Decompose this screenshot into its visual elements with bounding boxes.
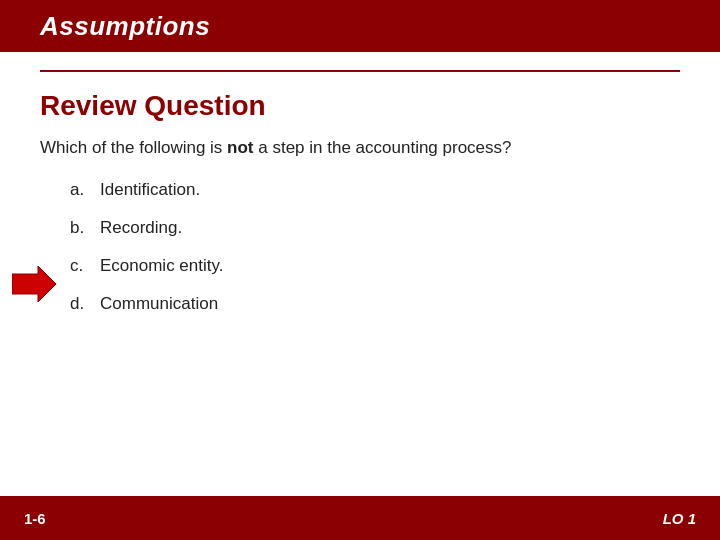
question-prefix: Which of the following is [40,138,227,157]
footer-lo-label: LO 1 [663,510,696,527]
footer: 1-6 LO 1 [0,496,720,540]
answer-text-a: Identification. [100,180,200,200]
review-question-title: Review Question [40,90,680,122]
answer-text-b: Recording. [100,218,182,238]
answer-item-b: b. Recording. [40,218,680,238]
answer-text-c: Economic entity. [100,256,223,276]
header-title: Assumptions [40,11,210,42]
answer-label-c: c. [70,256,92,276]
question-suffix: a step in the accounting process? [254,138,512,157]
answers-list: a. Identification. b. Recording. c. Econ… [40,180,680,314]
header-bar: Assumptions [0,0,720,52]
slide-container: Assumptions Review Question Which of the… [0,0,720,540]
answer-label-a: a. [70,180,92,200]
question-text: Which of the following is not a step in … [40,136,620,160]
answer-item-a: a. Identification. [40,180,680,200]
answer-text-d: Communication [100,294,218,314]
answer-label-b: b. [70,218,92,238]
footer-page-number: 1-6 [24,510,46,527]
question-bold: not [227,138,253,157]
content-area: Review Question Which of the following i… [0,72,720,352]
answer-item-c: c. Economic entity. [40,256,680,276]
answer-label-d: d. [70,294,92,314]
answer-item-d: d. Communication [40,294,680,314]
